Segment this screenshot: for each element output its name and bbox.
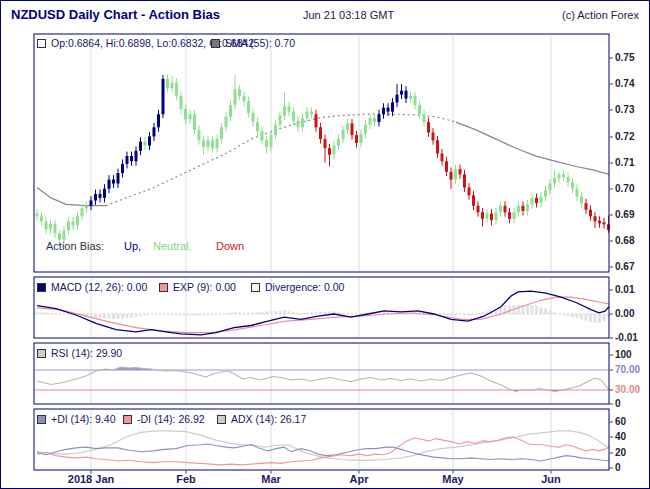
rsi-legend: RSI (14): 29.90 bbox=[37, 347, 122, 359]
sma-legend: SMA (55): 0.70 bbox=[211, 37, 295, 49]
adx-swatch-icon bbox=[217, 415, 226, 424]
exp-swatch-icon bbox=[159, 283, 168, 292]
rsi-legend-label: RSI (14): 29.90 bbox=[51, 347, 122, 359]
action-bias-neutral: Neutral, bbox=[153, 240, 192, 252]
plus-di-legend: +DI (14): 9.40 bbox=[37, 413, 116, 425]
action-bias-down: Down bbox=[216, 240, 244, 252]
sma-swatch-icon bbox=[211, 39, 220, 48]
rsi-swatch-icon bbox=[37, 349, 46, 358]
minus-di-legend-label: -DI (14): 26.92 bbox=[137, 413, 205, 425]
minus-di-legend: -DI (14): 26.92 bbox=[123, 413, 205, 425]
action-bias-label: Action Bias: bbox=[46, 240, 104, 252]
plus-di-swatch-icon bbox=[37, 415, 46, 424]
macd-legend-label: MACD (12, 26): 0.00 bbox=[51, 281, 147, 293]
minus-di-swatch-icon bbox=[123, 415, 132, 424]
chart-window: NZDUSD Daily Chart - Action Bias Jun 21 … bbox=[0, 0, 650, 489]
divergence-swatch-icon bbox=[251, 283, 260, 292]
macd-swatch-icon bbox=[37, 283, 46, 292]
ohlc-swatch-icon bbox=[37, 39, 46, 48]
sma-legend-label: SMA (55): 0.70 bbox=[225, 37, 295, 49]
exp-legend: EXP (9): 0.00 bbox=[159, 281, 236, 293]
action-bias-up: Up, bbox=[124, 240, 141, 252]
divergence-legend: Divergence: 0.00 bbox=[251, 281, 344, 293]
adx-legend: ADX (14): 26.17 bbox=[217, 413, 306, 425]
exp-legend-label: EXP (9): 0.00 bbox=[173, 281, 236, 293]
macd-legend: MACD (12, 26): 0.00 bbox=[37, 281, 147, 293]
divergence-legend-label: Divergence: 0.00 bbox=[265, 281, 344, 293]
plus-di-legend-label: +DI (14): 9.40 bbox=[51, 413, 116, 425]
adx-legend-label: ADX (14): 26.17 bbox=[231, 413, 306, 425]
